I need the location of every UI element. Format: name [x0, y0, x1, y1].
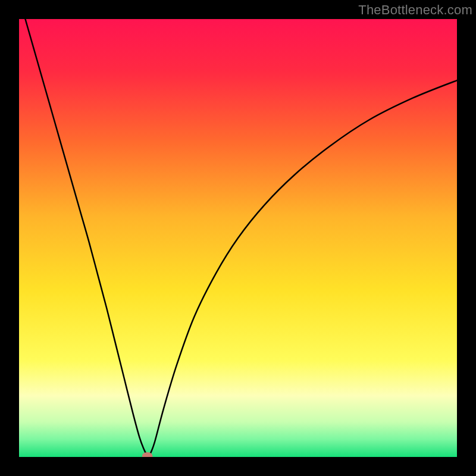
chart-frame	[19, 19, 457, 457]
bottleneck-plot	[19, 19, 457, 457]
watermark-text: TheBottleneck.com	[358, 2, 472, 18]
